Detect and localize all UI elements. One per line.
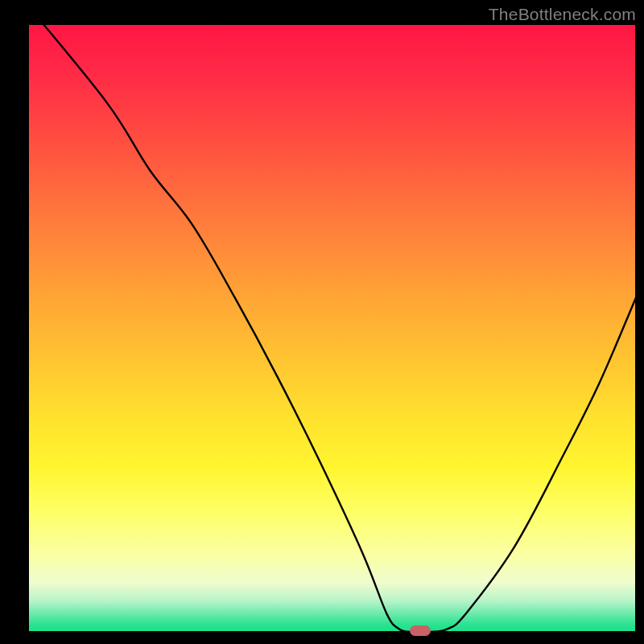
chart-frame: TheBottleneck.com [0,0,644,644]
watermark-text: TheBottleneck.com [489,5,636,24]
bottleneck-curve [28,24,636,632]
optimum-marker [410,625,431,636]
